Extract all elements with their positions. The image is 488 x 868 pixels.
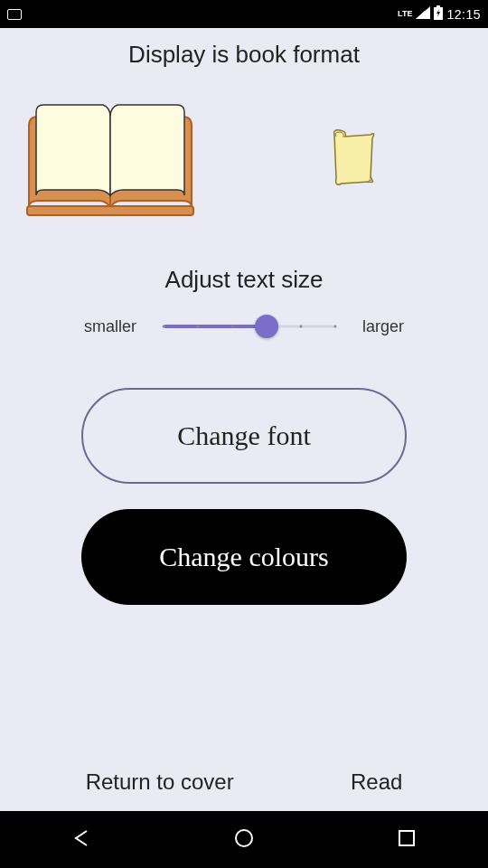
recent-icon [398,829,416,851]
sd-card-icon [7,9,22,20]
battery-charging-icon [434,5,443,23]
signal-icon [416,6,430,22]
text-size-slider[interactable] [164,316,335,337]
status-time: 12:15 [446,7,481,22]
svg-rect-2 [27,206,193,215]
status-bar: LTE 12:15 [0,0,488,28]
nav-back-button[interactable] [45,822,117,858]
app-content: Display is book format [0,28,488,811]
back-icon [70,827,92,853]
text-size-slider-row: smaller larger [0,316,488,337]
book-format-option[interactable] [20,96,201,222]
slider-max-label: larger [362,317,404,336]
home-icon [234,828,254,852]
nav-recent-button[interactable] [371,822,443,858]
change-font-button[interactable]: Change font [81,388,407,484]
display-format-row [0,96,488,222]
nav-home-button[interactable] [208,822,280,858]
slider-min-label: smaller [84,317,136,336]
scroll-format-option[interactable] [328,127,378,191]
open-book-icon [20,94,201,224]
svg-rect-4 [399,831,414,845]
page-title: Display is book format [128,41,360,69]
svg-rect-0 [436,5,440,7]
slider-thumb[interactable] [255,315,278,338]
bottom-actions: Return to cover Read [0,769,488,795]
svg-point-3 [236,830,252,846]
lte-indicator: LTE [398,10,412,18]
change-colours-button[interactable]: Change colours [81,509,407,605]
android-nav-bar [0,811,488,868]
scroll-icon [331,127,376,191]
return-to-cover-link[interactable]: Return to cover [86,769,234,795]
text-size-label: Adjust text size [165,266,324,294]
read-link[interactable]: Read [351,769,402,795]
